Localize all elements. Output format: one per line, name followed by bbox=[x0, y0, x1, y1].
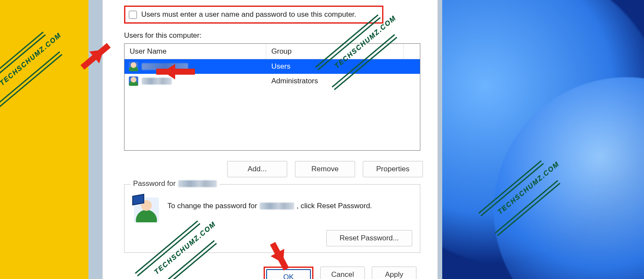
annotation-arrow bbox=[156, 69, 195, 75]
password-instruction: To change the password for , click Reset… bbox=[167, 202, 372, 210]
require-password-label: Users must enter a user name and passwor… bbox=[141, 10, 356, 19]
windows-wallpaper bbox=[442, 0, 644, 279]
username-redacted bbox=[260, 203, 294, 209]
ok-button[interactable]: OK bbox=[266, 269, 311, 279]
reset-password-button[interactable]: Reset Password... bbox=[326, 230, 412, 246]
page-bg-left bbox=[0, 0, 85, 279]
group-cell: Users bbox=[266, 62, 404, 71]
user-accounts-dialog: Users must enter a user name and passwor… bbox=[102, 0, 438, 279]
add-button[interactable]: Add... bbox=[227, 161, 287, 177]
users-listbox[interactable]: User Name Group Users Administrators bbox=[124, 43, 420, 151]
password-instruction-post: , click Reset Password. bbox=[297, 202, 372, 210]
users-button-bar: Add... Remove Properties bbox=[227, 161, 423, 177]
properties-button[interactable]: Properties bbox=[363, 161, 423, 177]
remove-button[interactable]: Remove bbox=[295, 161, 355, 177]
col-header-username[interactable]: User Name bbox=[125, 44, 266, 59]
group-cell: Administrators bbox=[266, 77, 404, 85]
username-redacted bbox=[178, 180, 217, 187]
users-for-computer-label: Users for this computer: bbox=[124, 31, 201, 40]
user-icon bbox=[129, 76, 138, 86]
password-legend-text: Password for bbox=[133, 179, 176, 188]
users-list-header: User Name Group bbox=[125, 44, 420, 59]
apply-button[interactable]: Apply bbox=[372, 267, 416, 279]
require-password-checkbox[interactable] bbox=[129, 11, 137, 19]
col-header-group[interactable]: Group bbox=[266, 44, 404, 59]
user-icon bbox=[129, 62, 138, 71]
password-instruction-pre: To change the password for bbox=[167, 202, 257, 210]
password-groupbox: Password for To change the password for … bbox=[124, 184, 420, 253]
user-avatar-icon bbox=[134, 197, 159, 222]
cancel-button[interactable]: Cancel bbox=[320, 267, 365, 279]
require-password-row[interactable]: Users must enter a user name and passwor… bbox=[124, 6, 383, 24]
password-groupbox-legend: Password for bbox=[131, 179, 219, 188]
